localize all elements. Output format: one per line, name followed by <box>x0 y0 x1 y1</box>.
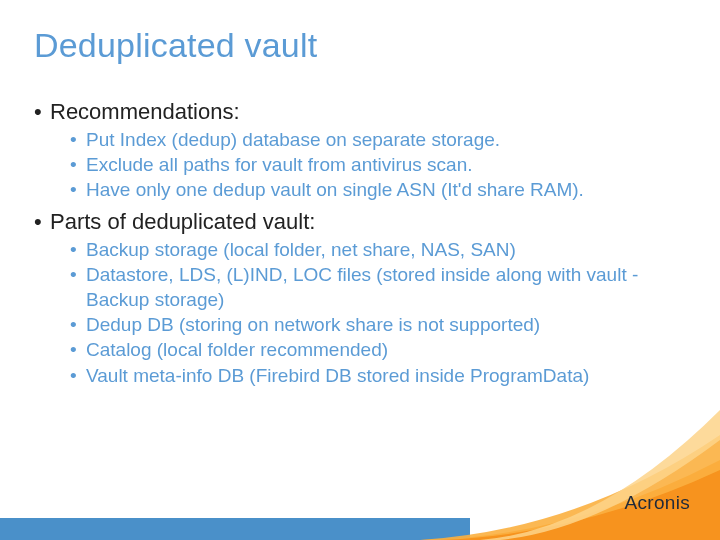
slide-title: Deduplicated vault <box>34 26 317 65</box>
bullet-list-lvl2: Backup storage (local folder, net share,… <box>50 238 680 388</box>
slide: Deduplicated vault Recommendations: Put … <box>0 0 720 540</box>
list-item: Catalog (local folder recommended) <box>70 338 680 362</box>
brand-logo: Acronis <box>625 492 690 514</box>
section-heading-text: Parts of deduplicated vault: <box>50 209 315 234</box>
list-item: Put Index (dedup) database on separate s… <box>70 128 680 152</box>
slide-content: Recommendations: Put Index (dedup) datab… <box>34 98 680 394</box>
list-item: Datastore, LDS, (L)IND, LOC files (store… <box>70 263 680 312</box>
section-heading-text: Recommendations: <box>50 99 240 124</box>
bullet-list-lvl1: Recommendations: Put Index (dedup) datab… <box>34 98 680 388</box>
section-heading: Parts of deduplicated vault: Backup stor… <box>34 208 680 387</box>
section-heading: Recommendations: Put Index (dedup) datab… <box>34 98 680 202</box>
corner-swoosh <box>420 380 720 540</box>
list-item: Have only one dedup vault on single ASN … <box>70 178 680 202</box>
bullet-list-lvl2: Put Index (dedup) database on separate s… <box>50 128 680 203</box>
list-item: Dedup DB (storing on network share is no… <box>70 313 680 337</box>
list-item: Backup storage (local folder, net share,… <box>70 238 680 262</box>
footer-band <box>0 518 470 540</box>
list-item: Exclude all paths for vault from antivir… <box>70 153 680 177</box>
list-item: Vault meta-info DB (Firebird DB stored i… <box>70 364 680 388</box>
